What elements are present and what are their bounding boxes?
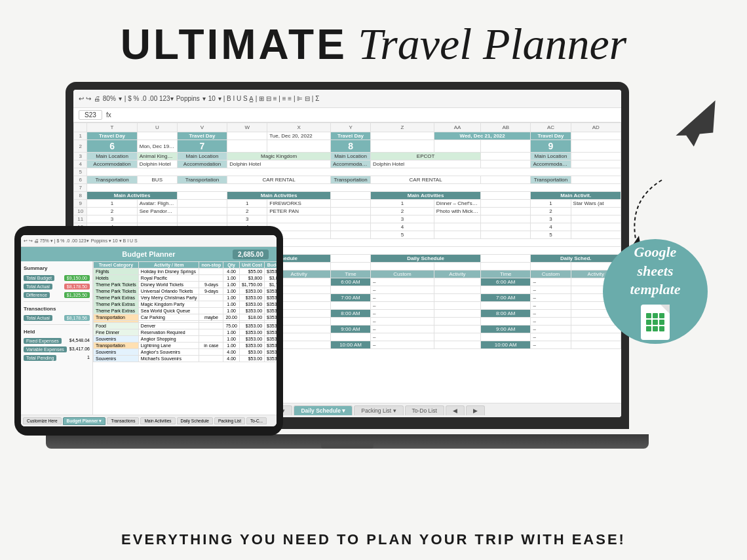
budget-header: Budget Planner 2,685.00 — [21, 247, 277, 261]
table-row: Souvenirs Michael's Souvenirs 4.00 $53.0… — [94, 356, 277, 362]
tablet-body: ↩ ↪ 🖨 75% ▾ | $ % .0 .00 123▾ Poppins ▾ … — [14, 226, 283, 436]
table-row: 5 — [74, 168, 621, 176]
title-ultimate: ULTIMATE — [121, 21, 347, 68]
google-sheets-icon — [641, 305, 670, 340]
budget-total: 2,685.00 — [233, 250, 269, 259]
table-row: Theme Park Extras Very Merry Christmas P… — [94, 295, 277, 301]
table-row: Theme Park Tickets Disney World Tickets … — [94, 282, 277, 288]
google-sheets-badge: Google sheets template — [603, 239, 708, 344]
variable-expenses: Variable Expenses $3,417.06 — [24, 346, 90, 353]
title-area: ULTIMATE Travel Planner — [0, 0, 747, 82]
table-row: 6 Transportation BUS Transportation CAR … — [74, 176, 621, 184]
formula-bar: S23 fx — [73, 108, 621, 122]
tablet-toolbar: ↩ ↪ 🖨 75% ▾ | $ % .0 .00 123▾ Poppins ▾ … — [21, 235, 277, 247]
budget-data-table: Travel Category Activity / Item non-stop… — [93, 261, 277, 362]
table-row: Souvenirs Angkor Shopping 1.00 $353.00 $… — [94, 336, 277, 343]
summary-row-actual: Total Actual $8,178.50 — [24, 283, 90, 290]
table-row: Theme Park Tickets Universal Orlando Tic… — [94, 288, 277, 295]
toolbar-zoom: 80% — [103, 95, 116, 102]
badge-text: Google sheets template — [630, 243, 681, 299]
tab-todo[interactable]: To-Do List — [405, 405, 444, 415]
table-row: Souvenirs Angkor's Souvenirs 4.00 $53.00… — [94, 349, 277, 356]
tab-packing[interactable]: Packing List ▾ — [354, 405, 403, 415]
table-row: Hotels Royal Pacific 1.00 $3,800 $3,800 … — [94, 275, 277, 282]
laptop-base — [46, 434, 649, 449]
transactions-title: Transactions — [24, 305, 90, 313]
table-row: 1 Travel Day Travel Day Tue, Dec 20, 202… — [74, 132, 621, 140]
table-row: Transportation Car Parking maybe 20.00 $… — [94, 314, 277, 321]
tab-nav-left[interactable]: ◀ — [446, 405, 465, 415]
table-row: 7 — [74, 184, 621, 192]
table-row: 3 Main Location Animal Kingdom Main Loca… — [74, 153, 621, 160]
table-row: Travel Category Activity / Item non-stop… — [94, 262, 277, 269]
tablet-screen: ↩ ↪ 🖨 75% ▾ | $ % .0 .00 123▾ Poppins ▾ … — [21, 235, 277, 426]
table-row: Fine Dinner Reservation Required 1.00 $3… — [94, 329, 277, 336]
table-row: 10 2 See Pandora at night 2 PETER PAN 2 … — [74, 208, 621, 215]
table-row: 4 Accommodation Dolphin Hotel Accommodat… — [74, 160, 621, 168]
table-row: Flights Holiday Inn Disney Springs 4.00 … — [94, 269, 277, 275]
transactions-actual: Total Actual $8,178.56 — [24, 314, 90, 322]
table-row: Transportation Lightning Lane in case 1.… — [94, 343, 277, 349]
sheets-grid — [646, 313, 664, 331]
airplane-decoration — [661, 93, 735, 165]
table-row: Theme Park Extras Sea World Quick Queue … — [94, 308, 277, 314]
total-pending: Total Pending 1 — [24, 354, 90, 362]
table-row: 9 1 Avatar: Flight of passage 1 FIREWORK… — [74, 200, 621, 208]
tab-daily-schedule[interactable]: Daily Schedule ▾ — [294, 405, 353, 415]
table-row: 8 Main Activities Main Activities Main A… — [74, 192, 621, 200]
summary-title: Summary — [24, 264, 90, 272]
tablet-tab-transactions[interactable]: Transactions — [107, 417, 139, 424]
toolbar-print: 🖨 — [94, 95, 100, 102]
tablet-tab-schedule[interactable]: Daily Schedule — [177, 417, 213, 424]
tablet-tab-todo[interactable]: To-C... — [246, 417, 267, 424]
laptop-notch — [321, 443, 374, 449]
summary-row-diff: Difference $1,325.50 — [24, 291, 90, 299]
tablet-tabs: Customize Here Budget Planner ▾ Transact… — [93, 415, 277, 426]
title-travel: Travel Planner — [358, 19, 626, 69]
tagline: Everything you need to plan your trip wi… — [0, 531, 747, 548]
tablet-tab-budget[interactable]: Budget Planner ▾ — [93, 417, 105, 425]
fixed-expenses: Fixed Expenses $4,548.04 — [24, 337, 90, 345]
spreadsheet-toolbar: ↩ ↪ 🖨 80% ▾ | $ % .0 .00 123▾ Poppins ▾ … — [73, 90, 621, 108]
tablet-mockup: ↩ ↪ 🖨 75% ▾ | $ % .0 .00 123▾ Poppins ▾ … — [14, 226, 283, 436]
summary-row-budget: Total Budget $9,150.00 — [24, 274, 90, 282]
budget-content: Summary Total Budget $9,150.00 Total Act… — [21, 261, 277, 426]
summary-rows: Total Budget $9,150.00 Total Actual $8,1… — [24, 274, 90, 299]
table-row: T U V W X Y Z AA AB AC AD — [74, 123, 621, 132]
tablet-tab-packing[interactable]: Packing List — [214, 417, 245, 424]
budget-table-area: Travel Category Activity / Item non-stop… — [93, 261, 277, 426]
table-row: Theme Park Extras Magic Kingdom Party 1.… — [94, 301, 277, 308]
tab-nav-right[interactable]: ▶ — [466, 405, 485, 415]
budget-summary-panel: Summary Total Budget $9,150.00 Total Act… — [21, 261, 93, 426]
table-row: 2 6 Mon, Dec 19, 2022 7 8 9 — [74, 140, 621, 153]
held-title: Held — [24, 327, 90, 336]
table-row: 11 3 3 3 3 — [74, 215, 621, 223]
main-content: ↩ ↪ 🖨 80% ▾ | $ % .0 .00 123▾ Poppins ▾ … — [0, 82, 747, 527]
toolbar-undo: ↩ ↪ — [79, 95, 91, 102]
tablet-tab-activities[interactable]: Main Activities — [140, 417, 175, 424]
table-row: Food Denver 75.00 $353.00 $353.00 $353.0… — [94, 323, 277, 329]
